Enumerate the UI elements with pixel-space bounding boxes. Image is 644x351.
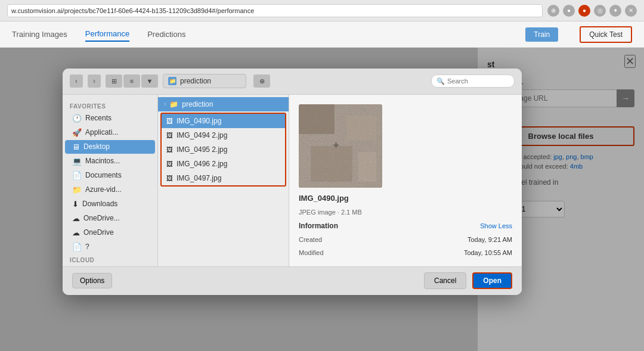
documents-icon: 📄 bbox=[72, 171, 82, 180]
unknown-icon: 📄 bbox=[72, 243, 82, 251]
browser-icon-6: ✕ bbox=[625, 5, 637, 17]
browser-icons: ⊕ ● ● ◎ ✦ ✕ bbox=[547, 5, 637, 17]
sidebar-item-recents[interactable]: 🕐 Recents bbox=[65, 111, 155, 125]
macintosh-icon: 💻 bbox=[72, 157, 82, 166]
sidebar-item-onedrive1[interactable]: ☁ OneDrive... bbox=[65, 212, 155, 225]
sidebar-item-downloads-label: Downloads bbox=[82, 200, 117, 208]
folder-arrow-icon: › bbox=[164, 101, 166, 107]
picker-file-list: › 📁 prediction 🖼 IMG_0490.jpg 🖼 bbox=[158, 95, 289, 266]
file-item-0490[interactable]: 🖼 IMG_0490.jpg bbox=[162, 114, 285, 128]
file-item-0497[interactable]: 🖼 IMG_0497.jpg bbox=[162, 171, 285, 185]
url-bar: w.customvision.ai/projects/bc70e11f-60e6… bbox=[7, 4, 543, 17]
sidebar-item-downloads[interactable]: ⬇ Downloads bbox=[65, 197, 155, 211]
svg-rect-5 bbox=[358, 152, 376, 182]
sidebar-item-unknown-label: ? bbox=[85, 243, 89, 251]
file-icon-0497: 🖼 bbox=[166, 175, 173, 182]
azure-icon: 📁 bbox=[72, 185, 82, 194]
modified-value: Today, 10:55 AM bbox=[464, 249, 512, 256]
onedrive2-icon: ☁ bbox=[72, 228, 80, 237]
picker-search: 🔍 bbox=[431, 74, 515, 88]
search-icon: 🔍 bbox=[436, 77, 445, 85]
sidebar-item-recents-label: Recents bbox=[85, 114, 112, 122]
footer-buttons: Cancel Open bbox=[424, 272, 512, 289]
picker-main: › 📁 prediction 🖼 IMG_0490.jpg 🖼 bbox=[158, 95, 522, 266]
icloud-label: iCloud bbox=[63, 254, 157, 265]
picker-back-button[interactable]: ‹ bbox=[70, 74, 83, 88]
picker-sidebar: Favorites 🕐 Recents 🚀 Applicati... 🖥 Des… bbox=[63, 95, 158, 266]
created-label: Created bbox=[299, 236, 322, 243]
preview-image: ✦ bbox=[299, 104, 382, 188]
tab-performance[interactable]: Performance bbox=[85, 27, 129, 42]
svg-text:✦: ✦ bbox=[332, 139, 340, 151]
applications-icon: 🚀 bbox=[72, 128, 82, 137]
svg-rect-4 bbox=[311, 146, 352, 182]
search-input[interactable] bbox=[447, 77, 507, 85]
picker-view-buttons: ⊞ ≡ ▼ bbox=[106, 74, 158, 88]
favorites-label: Favorites bbox=[63, 101, 157, 111]
created-value: Today, 9:21 AM bbox=[467, 236, 512, 243]
sidebar-item-onedrive1-label: OneDrive... bbox=[83, 214, 120, 222]
sidebar-item-azure-label: Azure-vid... bbox=[85, 185, 122, 194]
browser-icon-4: ◎ bbox=[594, 5, 606, 17]
folder-icon: 📁 bbox=[169, 100, 178, 108]
browser-icon-3: ● bbox=[578, 5, 590, 17]
main-content: ✕ st Image URL → or Browse local files F… bbox=[0, 48, 644, 351]
preview-filetype: JPEG image · 2.1 MB bbox=[299, 209, 512, 216]
options-button[interactable]: Options bbox=[72, 273, 112, 288]
preview-modified-row: Modified Today, 10:55 AM bbox=[299, 249, 512, 256]
list-view-button[interactable]: ≡ bbox=[123, 74, 140, 88]
open-button[interactable]: Open bbox=[472, 272, 512, 289]
preview-image-placeholder: ✦ bbox=[299, 104, 382, 188]
location-label: prediction bbox=[180, 77, 211, 85]
preview-filename: IMG_0490.jpg bbox=[299, 194, 512, 203]
file-name-0497: IMG_0497.jpg bbox=[177, 174, 221, 182]
file-icon-0494: 🖼 bbox=[166, 132, 173, 139]
sidebar-item-desktop-label: Desktop bbox=[83, 142, 110, 151]
tab-training-images[interactable]: Training Images bbox=[12, 27, 67, 41]
folder-name: prediction bbox=[182, 100, 213, 108]
recents-icon: 🕐 bbox=[72, 114, 82, 123]
file-item-0495[interactable]: 🖼 IMG_0495 2.jpg bbox=[162, 142, 285, 157]
train-button[interactable]: Train bbox=[525, 27, 558, 42]
location-add-button[interactable]: ⊕ bbox=[253, 74, 270, 88]
sidebar-item-onedrive2[interactable]: ☁ OneDrive bbox=[65, 226, 155, 240]
browser-bar: w.customvision.ai/projects/bc70e11f-60e6… bbox=[0, 0, 644, 21]
sidebar-item-applications[interactable]: 🚀 Applicati... bbox=[65, 126, 155, 139]
file-icon-0495: 🖼 bbox=[166, 146, 173, 153]
picker-forward-button[interactable]: › bbox=[88, 74, 101, 88]
selected-files-group: 🖼 IMG_0490.jpg 🖼 IMG_0494 2.jpg 🖼 IMG_04… bbox=[160, 113, 286, 187]
sidebar-item-documents[interactable]: 📄 Documents bbox=[65, 169, 155, 182]
sidebar-item-onedrive2-label: OneDrive bbox=[83, 228, 114, 237]
picker-body: Favorites 🕐 Recents 🚀 Applicati... 🖥 Des… bbox=[63, 95, 522, 266]
file-name-0496: IMG_0496 2.jpg bbox=[177, 160, 227, 168]
desktop-icon: 🖥 bbox=[72, 142, 80, 151]
modified-label: Modified bbox=[299, 249, 324, 256]
cancel-button[interactable]: Cancel bbox=[424, 272, 466, 289]
info-label: Information bbox=[299, 222, 338, 230]
picker-location: 📁 prediction bbox=[163, 74, 246, 88]
browser-icon-5: ✦ bbox=[609, 5, 621, 17]
file-icon-0496: 🖼 bbox=[166, 160, 173, 167]
tab-predictions[interactable]: Predictions bbox=[147, 27, 185, 41]
sidebar-item-azure[interactable]: 📁 Azure-vid... bbox=[65, 183, 155, 197]
browser-icon-1: ⊕ bbox=[547, 5, 559, 17]
file-name-0494: IMG_0494 2.jpg bbox=[177, 131, 227, 139]
app-nav: Training Images Performance Predictions … bbox=[0, 21, 644, 48]
sidebar-item-desktop[interactable]: 🖥 Desktop bbox=[65, 140, 155, 154]
view-options-button[interactable]: ▼ bbox=[141, 74, 158, 88]
sidebar-item-macintosh[interactable]: 💻 Macintos... bbox=[65, 154, 155, 168]
file-item-0496[interactable]: 🖼 IMG_0496 2.jpg bbox=[162, 157, 285, 171]
sidebar-item-unknown[interactable]: 📄 ? bbox=[65, 240, 155, 254]
folder-item-prediction[interactable]: › 📁 prediction bbox=[158, 97, 289, 111]
picker-footer: Options Cancel Open bbox=[63, 266, 522, 295]
picker-toolbar: ‹ › ⊞ ≡ ▼ 📁 prediction ⊕ 🔍 bbox=[63, 69, 522, 95]
file-item-0494[interactable]: 🖼 IMG_0494 2.jpg bbox=[162, 128, 285, 142]
svg-rect-2 bbox=[299, 104, 335, 134]
sidebar-item-documents-label: Documents bbox=[85, 171, 122, 179]
modal-overlay: ‹ › ⊞ ≡ ▼ 📁 prediction ⊕ 🔍 bbox=[0, 48, 644, 351]
grid-view-button[interactable]: ⊞ bbox=[106, 74, 122, 88]
show-less-button[interactable]: Show Less bbox=[480, 222, 512, 229]
quick-test-button[interactable]: Quick Test bbox=[580, 26, 632, 43]
svg-rect-3 bbox=[346, 116, 376, 140]
preview-created-row: Created Today, 9:21 AM bbox=[299, 236, 512, 243]
